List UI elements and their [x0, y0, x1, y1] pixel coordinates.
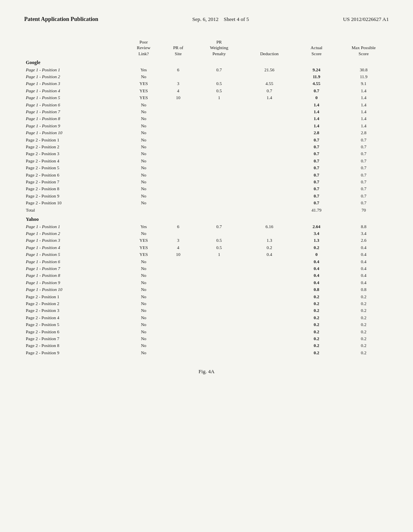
yahoo-label: Yahoo [24, 214, 389, 223]
table-cell: Page 2 - Position 2 [24, 300, 125, 307]
table-cell [244, 265, 295, 272]
table-cell: No [125, 328, 163, 335]
table-cell [163, 258, 194, 265]
table-cell: Page 1 - Position 4 [24, 244, 125, 251]
table-cell [194, 335, 244, 342]
table-row: Page 1 - Position 9No1.41.4 [24, 123, 389, 129]
table-cell: Page 2 - Position 1 [24, 293, 125, 300]
table-cell: 1.3 [294, 237, 338, 244]
table-cell [163, 230, 194, 237]
table-cell [244, 286, 295, 293]
data-table-container: Poor Review Link? PR of Site PR Weightin… [24, 39, 389, 356]
table-body: GooglePage 1 - Position 1Yes60.721.569.2… [24, 57, 389, 356]
table-cell: 0.8 [294, 286, 338, 293]
table-cell [194, 137, 244, 143]
table-cell [163, 300, 194, 307]
table-cell: 0.4 [338, 258, 389, 265]
table-cell: 0.7 [294, 143, 338, 150]
table-row: Page 1 - Position 6No0.40.4 [24, 258, 389, 265]
table-cell [244, 108, 295, 115]
table-cell: Page 1 - Position 8 [24, 272, 125, 279]
table-cell: No [125, 279, 163, 286]
table-cell: 6 [163, 223, 194, 230]
table-cell [194, 185, 244, 192]
table-cell: 0.4 [244, 251, 295, 258]
table-cell: 0.4 [338, 265, 389, 272]
table-row: Page 1 - Position 4YES40.50.20.20.4 [24, 244, 389, 251]
table-row: Page 1 - Position 7No1.41.4 [24, 108, 389, 115]
table-cell: 0 [294, 251, 338, 258]
table-cell: No [125, 193, 163, 200]
table-cell: 0.7 [338, 143, 389, 150]
table-row: Page 1 - Position 8No0.40.4 [24, 272, 389, 279]
table-cell: 0.5 [194, 87, 244, 94]
table-cell [163, 342, 194, 349]
table-cell [244, 172, 295, 179]
total-cell [194, 207, 244, 214]
table-cell [244, 230, 295, 237]
table-cell [244, 335, 295, 342]
table-cell: No [125, 137, 163, 143]
table-cell: No [125, 108, 163, 115]
table-cell [163, 328, 194, 335]
table-cell: No [125, 172, 163, 179]
table-cell [163, 314, 194, 321]
table-row: Page 2 - Position 6No0.70.7 [24, 172, 389, 179]
google-label: Google [24, 57, 389, 66]
table-cell [163, 172, 194, 179]
table-cell: 0.7 [294, 87, 338, 94]
table-cell [194, 307, 244, 314]
table-cell: 0.2 [338, 307, 389, 314]
col-header-label [24, 39, 125, 57]
table-cell: No [125, 129, 163, 136]
table-cell [163, 179, 194, 185]
table-cell [194, 150, 244, 157]
table-cell: Page 2 - Position 3 [24, 150, 125, 157]
table-cell: Page 1 - Position 1 [24, 223, 125, 230]
table-cell: 0.7 [338, 193, 389, 200]
total-cell [163, 207, 194, 214]
table-cell: 10 [163, 94, 194, 101]
table-cell [163, 115, 194, 122]
table-row: Page 1 - Position 4YES40.50.70.71.4 [24, 87, 389, 94]
table-cell: 0.7 [294, 164, 338, 171]
table-cell: No [125, 143, 163, 150]
table-cell: Page 1 - Position 7 [24, 108, 125, 115]
table-cell [194, 321, 244, 328]
table-cell: Page 2 - Position 5 [24, 321, 125, 328]
table-cell: 0.2 [338, 349, 389, 356]
table-cell [244, 102, 295, 108]
table-row: Page 2 - Position 9No0.70.7 [24, 193, 389, 200]
table-cell [163, 137, 194, 143]
table-cell: 0.7 [338, 137, 389, 143]
table-cell [163, 108, 194, 115]
table-cell [163, 272, 194, 279]
table-cell: 0.7 [294, 179, 338, 185]
table-cell: 0 [294, 94, 338, 101]
patent-title: Patent Application Publication [24, 16, 98, 23]
table-cell [194, 172, 244, 179]
table-cell: 3.4 [294, 230, 338, 237]
table-cell [194, 193, 244, 200]
table-cell: 2.8 [338, 129, 389, 136]
table-row: Page 1 - Position 3YES30.54.554.559.1 [24, 80, 389, 87]
table-cell [194, 279, 244, 286]
table-cell: Page 1 - Position 8 [24, 115, 125, 122]
table-cell: 1.4 [294, 102, 338, 108]
table-cell: No [125, 300, 163, 307]
table-cell: No [125, 272, 163, 279]
table-cell: No [125, 115, 163, 122]
table-cell [194, 265, 244, 272]
col-header-deduction: Deduction [244, 39, 295, 57]
table-cell: 2.6 [338, 237, 389, 244]
table-cell [244, 185, 295, 192]
table-row: Page 2 - Position 5No0.70.7 [24, 164, 389, 171]
table-row: Page 1 - Position 3YES30.51.31.32.6 [24, 237, 389, 244]
table-cell [194, 164, 244, 171]
table-cell [194, 293, 244, 300]
table-cell: No [125, 342, 163, 349]
google-total-row: Total41.7970 [24, 207, 389, 214]
table-cell: Page 2 - Position 3 [24, 307, 125, 314]
table-cell: 0.7 [294, 172, 338, 179]
total-cell: 70 [338, 207, 389, 214]
